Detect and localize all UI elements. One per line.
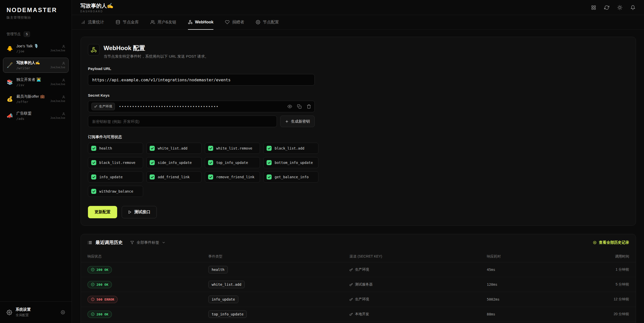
status-badge: 200 OK xyxy=(87,266,112,273)
checkbox-checked[interactable] xyxy=(150,146,155,151)
checkbox-checked[interactable] xyxy=(208,146,213,151)
key-icon xyxy=(349,283,353,286)
user-icon xyxy=(62,95,65,99)
node-name: 裁员与新offer 💼 xyxy=(16,94,47,99)
event-checkbox-health[interactable]: health xyxy=(88,143,143,154)
checkbox-checked[interactable] xyxy=(208,160,213,165)
node-path: /offer xyxy=(16,100,47,104)
check-icon xyxy=(92,190,95,193)
eye-icon[interactable] xyxy=(287,104,292,109)
node-avatar: 💰 xyxy=(6,96,13,102)
event-checkbox-white-list-add[interactable]: white_list.add xyxy=(146,143,202,154)
trash-icon[interactable] xyxy=(307,104,311,109)
history-row[interactable]: 200 OK white_list.add 测试服务器 120ms 5 分钟前 xyxy=(81,277,636,292)
node-path: /writer xyxy=(16,66,47,70)
checkbox-checked[interactable] xyxy=(208,174,213,180)
time-cell: 1 分钟前 xyxy=(569,267,629,272)
event-type-tag: top_info_update xyxy=(208,310,247,318)
new-key-label-input[interactable] xyxy=(88,116,277,127)
check-icon xyxy=(151,175,154,179)
check-icon xyxy=(209,147,212,150)
key-icon xyxy=(349,313,353,316)
status-badge: 200 OK xyxy=(87,281,112,288)
checkbox-checked[interactable] xyxy=(150,160,155,165)
copy-icon[interactable] xyxy=(297,104,302,109)
tab-node-vault[interactable]: 节点金库 xyxy=(116,15,139,30)
checkbox-checked[interactable] xyxy=(91,160,96,165)
node-owner: JoeJoeJoe xyxy=(50,99,65,103)
sidebar-item-writer[interactable]: 🖋️ 写故事的人✍️ /writer JoeJoeJoe xyxy=(3,58,69,73)
col-status: 响应状态 xyxy=(87,254,208,259)
event-tag-filter-dropdown[interactable]: 全部事件标签 xyxy=(130,240,166,245)
tab-node-config[interactable]: 节点配置 xyxy=(256,15,279,30)
history-row[interactable]: 200 OK top_info_update 本地开发 88ms 20 分钟前 xyxy=(81,307,636,322)
coins-icon xyxy=(116,20,120,24)
channel-cell: 生产环境 xyxy=(349,267,487,272)
gear-icon[interactable] xyxy=(61,310,65,314)
event-type-tag: white_list.add xyxy=(208,281,245,288)
checkbox-checked[interactable] xyxy=(150,174,155,180)
event-checkbox-withdraw-balance[interactable]: withdraw_balance xyxy=(88,186,143,197)
bar-chart-icon xyxy=(81,20,85,24)
update-config-button[interactable]: 更新配置 xyxy=(88,206,117,218)
checkbox-checked[interactable] xyxy=(91,189,96,194)
check-icon xyxy=(268,161,271,164)
event-checkbox-white-list-remove[interactable]: white_list.remove xyxy=(205,143,260,154)
secret-key-masked-value: •••••••••••••••••••••••••••••••••••••• xyxy=(119,104,283,109)
history-row[interactable]: 200 OK health 生产环境 45ms 1 分钟前 xyxy=(81,262,636,277)
sidebar-item-joe[interactable]: 🐥 Joe's Talk 🎙️ /joe JoeJoeJoe xyxy=(3,41,69,56)
refresh-button[interactable] xyxy=(604,5,609,10)
history-title: 最近调用历史 xyxy=(87,239,123,245)
call-history-card: 最近调用历史 全部事件标签 查看全部历史记录 响应状态 事件类型 xyxy=(81,234,636,323)
node-avatar: 🐥 xyxy=(6,46,13,52)
event-checkbox-get-balance-info[interactable]: get_balance_info xyxy=(263,171,318,183)
event-checkbox-top-info-update[interactable]: top_info_update xyxy=(205,157,260,168)
test-endpoint-button[interactable]: 测试接口 xyxy=(122,206,157,218)
content-area: WebHook 配置 当节点发生特定事件时，系统将向以下 URL 发送 POST… xyxy=(72,30,644,323)
event-checkbox-info-update[interactable]: info_update xyxy=(88,171,143,183)
checkbox-checked[interactable] xyxy=(267,160,272,165)
node-owner: JoeJoeJoe xyxy=(50,83,65,86)
checkbox-checked[interactable] xyxy=(267,174,272,180)
secret-key-row: 生产环境 •••••••••••••••••••••••••••••••••••… xyxy=(88,101,315,112)
tab-traffic-stats[interactable]: 流量统计 xyxy=(81,15,104,30)
tab-donors[interactable]: 捐赠者 xyxy=(225,15,244,30)
managed-nodes-section-label: 管理节点 5 xyxy=(0,24,72,41)
event-checkbox-black-list-add[interactable]: black_list.add xyxy=(263,143,318,154)
view-all-history-link[interactable]: 查看全部历史记录 xyxy=(593,240,629,245)
checkbox-checked[interactable] xyxy=(91,146,96,151)
history-row[interactable]: 500 ERROR info_update 生产环境 5002ms 12 分钟前 xyxy=(81,292,636,307)
sun-icon xyxy=(617,5,622,10)
checkbox-checked[interactable] xyxy=(91,174,96,180)
key-icon xyxy=(349,268,353,271)
sidebar-item-offer[interactable]: 💰 裁员与新offer 💼 /offer JoeJoeJoe xyxy=(3,91,69,106)
check-icon xyxy=(209,161,212,164)
event-checkbox-add-friend-link[interactable]: add_friend_link xyxy=(146,171,202,183)
tab-webhook[interactable]: WebHook xyxy=(188,15,213,30)
payload-url-input[interactable] xyxy=(88,74,315,86)
secret-key-tag: 生产环境 xyxy=(91,103,115,110)
sidebar-item-isv[interactable]: 📚 独立开发者 👨‍💻 /isv JoeJoeJoe xyxy=(3,75,69,90)
checkbox-checked[interactable] xyxy=(267,146,272,151)
history-row[interactable]: 200 OK black_list.remove 生产环境 110ms 45 分… xyxy=(81,322,636,323)
event-checkbox-remove-friend-link[interactable]: remove_friend_link xyxy=(205,171,260,183)
system-settings-subtitle: 全局配置 xyxy=(16,313,57,317)
sidebar-item-ads[interactable]: 📣 广告联盟 /ads JoeJoeJoe xyxy=(3,108,69,123)
channel-cell: 本地开发 xyxy=(349,312,487,316)
node-path: /joe xyxy=(16,49,47,53)
payload-url-label: Payload URL xyxy=(88,66,629,71)
apps-grid-button[interactable] xyxy=(591,5,596,10)
webhook-card-description: 当节点发生特定事件时，系统将向以下 URL 发送 POST 请求。 xyxy=(104,54,209,59)
node-owner: JoeJoeJoe xyxy=(50,49,65,52)
theme-toggle-button[interactable] xyxy=(617,5,622,10)
system-settings[interactable]: 系统设置 全局配置 xyxy=(0,301,72,323)
event-checkbox-black-list-remove[interactable]: black_list.remove xyxy=(88,157,143,168)
users-icon xyxy=(150,20,155,24)
tab-users-links[interactable]: 用户&友链 xyxy=(150,15,176,30)
webhook-icon-box xyxy=(88,44,100,56)
event-checkbox-bottom-info-update[interactable]: bottom_info_update xyxy=(263,157,318,168)
node-avatar: 📚 xyxy=(6,79,13,85)
notifications-button[interactable] xyxy=(630,5,635,10)
generate-key-button[interactable]: 生成新密钥 xyxy=(280,116,315,127)
event-checkbox-side-info-update[interactable]: side_info_update xyxy=(146,157,202,168)
